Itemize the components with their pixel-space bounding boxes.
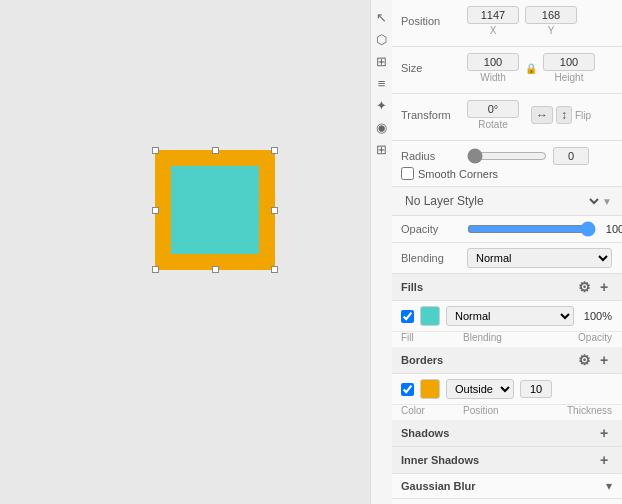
- opacity-slider[interactable]: [467, 221, 596, 237]
- height-input[interactable]: [543, 53, 595, 71]
- borders-actions: ⚙ +: [576, 352, 612, 368]
- lock-icon[interactable]: 🔒: [525, 63, 537, 74]
- handle-ml[interactable]: [152, 207, 159, 214]
- handle-br[interactable]: [271, 266, 278, 273]
- color-icon[interactable]: ◉: [373, 118, 391, 136]
- border-sub-labels: Color Position Thickness: [391, 405, 622, 420]
- gaussian-blur-label: Gaussian Blur: [401, 480, 476, 492]
- borders-add-btn[interactable]: +: [596, 352, 612, 368]
- size-label: Size: [401, 62, 461, 74]
- rotate-label: Rotate: [478, 119, 507, 130]
- right-panel: Position X Y Size Width 🔒 Height: [390, 0, 622, 504]
- layer-style-select[interactable]: No Layer Style: [401, 193, 602, 209]
- blending-select[interactable]: Normal Multiply Screen Overlay Darken Li…: [467, 248, 612, 268]
- border-position-select[interactable]: Outside Inside Center: [446, 379, 514, 399]
- handle-bm[interactable]: [212, 266, 219, 273]
- transform-label: Transform: [401, 109, 461, 121]
- flip-h-button[interactable]: ↔: [531, 106, 553, 124]
- border-color-label: Color: [401, 405, 433, 416]
- rotate-input[interactable]: [467, 100, 519, 118]
- blending-label: Blending: [401, 252, 461, 264]
- handle-mr[interactable]: [271, 207, 278, 214]
- border-color-swatch[interactable]: [420, 379, 440, 399]
- border-position-label: Position: [463, 405, 561, 416]
- radius-section: Radius Smooth Corners: [391, 141, 622, 187]
- border-thickness-input[interactable]: [520, 380, 552, 398]
- left-toolbar: ↖ ⬡ ⊞ ≡ ✦ ◉ ⊞: [370, 0, 392, 504]
- borders-settings-btn[interactable]: ⚙: [576, 352, 592, 368]
- fill-item: Normal Multiply 100%: [391, 301, 622, 332]
- position-y-input[interactable]: [525, 6, 577, 24]
- smooth-corners-label: Smooth Corners: [418, 168, 498, 180]
- height-label: Height: [555, 72, 584, 83]
- layer-style-row[interactable]: No Layer Style ▼: [391, 187, 622, 216]
- flip-v-button[interactable]: ↕: [556, 106, 572, 124]
- position-section: Position X Y: [391, 0, 622, 47]
- fills-header: Fills ⚙ +: [391, 274, 622, 301]
- border-thickness-label: Thickness: [567, 405, 612, 416]
- inner-shadows-add-btn[interactable]: +: [596, 452, 612, 468]
- handle-tr[interactable]: [271, 147, 278, 154]
- shape-inner: [171, 166, 259, 254]
- shadows-actions: +: [596, 425, 612, 441]
- fill-opacity-value: 100%: [580, 310, 612, 322]
- blending-row: Blending Normal Multiply Screen Overlay …: [391, 243, 622, 274]
- border-item: Outside Inside Center: [391, 374, 622, 405]
- shadows-header: Shadows +: [391, 420, 622, 447]
- fills-settings-btn[interactable]: ⚙: [576, 279, 592, 295]
- size-section: Size Width 🔒 Height: [391, 47, 622, 94]
- fill-opacity-label: Opacity: [578, 332, 612, 343]
- x-axis-label: X: [490, 25, 497, 36]
- shadows-add-btn[interactable]: +: [596, 425, 612, 441]
- border-checkbox[interactable]: [401, 383, 414, 396]
- effects-icon[interactable]: ✦: [373, 96, 391, 114]
- fill-color-swatch[interactable]: [420, 306, 440, 326]
- layers-icon[interactable]: ≡: [373, 74, 391, 92]
- fills-label: Fills: [401, 281, 423, 293]
- position-label: Position: [401, 15, 461, 27]
- transform-section: Transform Rotate ↔ ↕ Flip: [391, 94, 622, 141]
- handle-tl[interactable]: [152, 147, 159, 154]
- radius-input[interactable]: [553, 147, 589, 165]
- position-x-input[interactable]: [467, 6, 519, 24]
- inner-shadows-header: Inner Shadows +: [391, 447, 622, 474]
- layer-style-chevron: ▼: [602, 196, 612, 207]
- smooth-corners-checkbox[interactable]: [401, 167, 414, 180]
- fill-label: Fill: [401, 332, 433, 343]
- fill-sub-labels: Fill Blending Opacity: [391, 332, 622, 347]
- borders-header: Borders ⚙ +: [391, 347, 622, 374]
- flip-label: Flip: [575, 110, 591, 121]
- opacity-value: 100%: [602, 223, 622, 235]
- handle-tm[interactable]: [212, 147, 219, 154]
- insert-icon[interactable]: ⬡: [373, 30, 391, 48]
- shape-outer[interactable]: [155, 150, 275, 270]
- y-axis-label: Y: [548, 25, 555, 36]
- shape-wrapper[interactable]: [155, 150, 275, 270]
- grid-icon[interactable]: ⊞: [373, 140, 391, 158]
- canvas-area[interactable]: ↖ ⬡ ⊞ ≡ ✦ ◉ ⊞: [0, 0, 390, 504]
- width-input[interactable]: [467, 53, 519, 71]
- fill-blending-label: Blending: [463, 332, 572, 343]
- align-icon[interactable]: ⊞: [373, 52, 391, 70]
- inner-shadows-actions: +: [596, 452, 612, 468]
- fill-checkbox[interactable]: [401, 310, 414, 323]
- gaussian-blur-row: Gaussian Blur ▾: [391, 474, 622, 499]
- gaussian-blur-chevron[interactable]: ▾: [606, 479, 612, 493]
- fills-actions: ⚙ +: [576, 279, 612, 295]
- opacity-label: Opacity: [401, 223, 461, 235]
- cursor-icon[interactable]: ↖: [373, 8, 391, 26]
- shadows-label: Shadows: [401, 427, 449, 439]
- handle-bl[interactable]: [152, 266, 159, 273]
- opacity-row: Opacity 100%: [391, 216, 622, 243]
- borders-label: Borders: [401, 354, 443, 366]
- inner-shadows-label: Inner Shadows: [401, 454, 479, 466]
- radius-slider[interactable]: [467, 148, 547, 164]
- fill-blending-select[interactable]: Normal Multiply: [446, 306, 574, 326]
- fills-add-btn[interactable]: +: [596, 279, 612, 295]
- width-label: Width: [480, 72, 506, 83]
- radius-label: Radius: [401, 150, 461, 162]
